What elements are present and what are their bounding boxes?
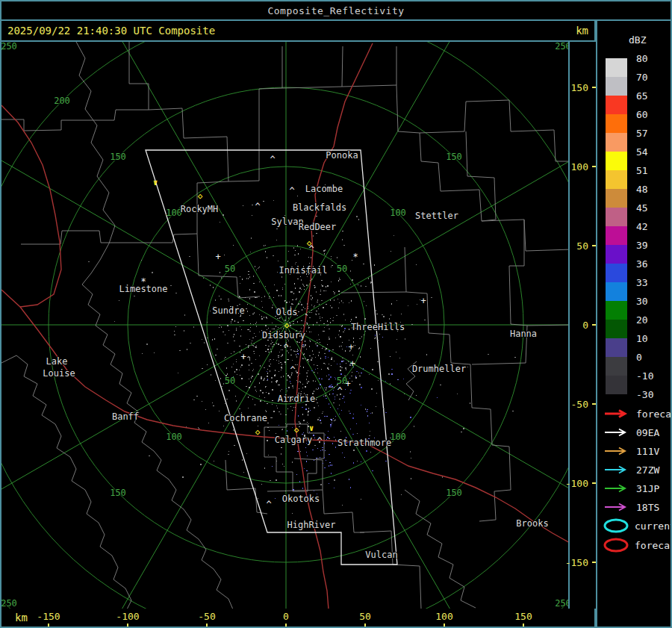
city-label-highriver: HighRiver bbox=[287, 520, 335, 530]
county-boundary bbox=[1, 355, 131, 609]
dbz-scale-color-box bbox=[606, 282, 627, 301]
dbz-scale-value-label: 20 bbox=[636, 314, 648, 326]
county-boundary bbox=[396, 85, 570, 251]
track-arrow-icon bbox=[603, 446, 630, 456]
y-axis-tick-label: 100 bbox=[571, 161, 588, 172]
x-axis-tick-label: 100 bbox=[435, 611, 452, 622]
timestamp-label: 2025/09/22 21:40:30 UTC Composite bbox=[7, 25, 215, 37]
dbz-scale-color-box bbox=[606, 245, 627, 264]
info-bar: 2025/09/22 21:40:30 UTC Composite km bbox=[1, 21, 596, 42]
dbz-scale-value-label: 33 bbox=[636, 277, 648, 288]
city-label-rockymh: RockyMH bbox=[181, 204, 219, 214]
dbz-scale-color-box bbox=[606, 264, 627, 282]
city-label-strathmore: Strathmore bbox=[337, 438, 391, 448]
county-boundary bbox=[82, 285, 233, 609]
title-bar: Composite_Reflectivity bbox=[1, 1, 671, 21]
radar-map-viewport[interactable]: 5050505010010010010015015015015020025025… bbox=[1, 42, 570, 609]
track-arrow-icon bbox=[603, 464, 630, 475]
x-axis-unit-label: km bbox=[15, 612, 28, 624]
legend-track-label: 31JP bbox=[636, 483, 659, 494]
legend-track-row: 18TS bbox=[603, 501, 659, 513]
x-axis-tick-label: -50 bbox=[198, 611, 215, 622]
legend-track-label: 18TS bbox=[636, 502, 659, 513]
dbz-scale-value-label: 36 bbox=[636, 258, 648, 270]
dbz-scale-color-box bbox=[606, 77, 627, 96]
legend-ellipse-row: forecast bbox=[602, 537, 672, 553]
city-label-drumheller: Drumheller bbox=[412, 364, 466, 374]
city-label-banff: Banff bbox=[112, 411, 139, 422]
plus-marker-icon: + bbox=[345, 379, 350, 388]
dbz-scale-value-label: 30 bbox=[636, 296, 648, 307]
range-ring-distance-label: 150 bbox=[110, 488, 126, 498]
x-axis-tick-mark bbox=[364, 624, 366, 628]
range-ring-distance-label: 150 bbox=[446, 152, 462, 162]
county-boundary bbox=[76, 42, 115, 285]
motion-arrowhead-icon: ∨ bbox=[309, 424, 314, 432]
dbz-scale-value-label: 80 bbox=[636, 53, 648, 64]
range-ring-distance-label: 50 bbox=[225, 264, 235, 274]
forecast-ellipse-icon bbox=[602, 537, 630, 553]
city-label-stettler: Stettler bbox=[415, 211, 458, 221]
x-axis-tick-mark bbox=[285, 624, 287, 628]
dbz-scale-color-box bbox=[606, 376, 627, 394]
dbz-scale-value-label: 57 bbox=[636, 128, 648, 139]
county-boundary bbox=[149, 46, 282, 181]
plus-marker-icon: + bbox=[420, 296, 426, 305]
caret-marker-icon: ^ bbox=[255, 202, 260, 211]
range-ring-distance-label: 100 bbox=[390, 432, 406, 442]
dbz-scale-value-label: 39 bbox=[636, 240, 648, 251]
range-ring-distance-label: 150 bbox=[446, 488, 462, 498]
range-ring-distance-label: 100 bbox=[166, 432, 182, 442]
x-axis: km -150-100-50050100150 bbox=[1, 609, 596, 628]
x-axis-tick-label: 150 bbox=[514, 611, 532, 622]
caret-marker-icon: ^ bbox=[266, 500, 271, 509]
city-label-louise: Louise bbox=[43, 368, 75, 379]
city-label-brooks: Brooks bbox=[516, 518, 548, 529]
dbz-scale-value-label: 60 bbox=[636, 109, 648, 120]
x-axis-tick-mark bbox=[127, 624, 128, 628]
range-ring-distance-label: 100 bbox=[390, 208, 406, 218]
city-label-sundre: Sundre bbox=[212, 305, 244, 316]
dbz-scale-color-box bbox=[606, 114, 627, 133]
y-axis-tick-label: -50 bbox=[571, 399, 588, 410]
county-boundary bbox=[420, 100, 570, 161]
track-arrow-icon bbox=[603, 427, 630, 438]
county-boundary bbox=[1, 110, 149, 131]
dbz-scale-color-box bbox=[606, 301, 627, 320]
y-axis-unit-label: km bbox=[576, 25, 588, 37]
dbz-scale-value-label: 10 bbox=[636, 333, 648, 344]
legend-panel: dBZ 807065605754514845423936333020100-10… bbox=[596, 21, 672, 628]
caret-marker-icon: ^ bbox=[290, 366, 295, 375]
plus-marker-icon: + bbox=[349, 359, 355, 368]
legend-ellipse-row: current bbox=[602, 517, 672, 534]
y-axis: 150100500-50-100-150 bbox=[571, 42, 597, 609]
city-label-lacombe: Lacombe bbox=[305, 184, 343, 194]
city-label-didsbury: Didsbury bbox=[262, 330, 305, 341]
city-label-hanna: Hanna bbox=[510, 329, 537, 339]
caret-marker-icon: ^ bbox=[317, 437, 322, 446]
legend-track-row: 31JP bbox=[603, 482, 659, 494]
caret-marker-icon: ^ bbox=[283, 343, 288, 352]
legend-ellipse-label: forecast bbox=[635, 540, 672, 551]
range-ring-distance-label: 250 bbox=[1, 598, 17, 609]
plus-marker-icon: + bbox=[240, 352, 246, 361]
county-boundary bbox=[282, 46, 343, 88]
range-ring-distance-label: 50 bbox=[337, 264, 347, 274]
track-arrow-icon bbox=[603, 502, 630, 512]
y-axis-tick-label: -150 bbox=[565, 557, 588, 568]
legend-track-row: 111V bbox=[603, 445, 659, 457]
radial-line bbox=[77, 42, 286, 325]
radial-line bbox=[286, 325, 570, 534]
dbz-scale-value-label: -30 bbox=[636, 389, 653, 400]
legend-ellipse-label: current bbox=[635, 520, 672, 532]
legend-track-row: 27ZW bbox=[603, 464, 659, 476]
legend-title: dBZ bbox=[629, 34, 646, 46]
city-label-olds: Olds bbox=[276, 307, 298, 317]
radar-application-window: Composite_Reflectivity 2025/09/22 21:40:… bbox=[0, 0, 672, 628]
highway-line bbox=[1, 105, 61, 307]
range-ring-distance-label: 100 bbox=[166, 208, 182, 218]
county-boundary bbox=[509, 220, 524, 266]
x-axis-tick-mark bbox=[444, 624, 445, 628]
dbz-scale-color-box bbox=[606, 338, 627, 357]
range-ring-distance-label: 250 bbox=[555, 598, 570, 609]
